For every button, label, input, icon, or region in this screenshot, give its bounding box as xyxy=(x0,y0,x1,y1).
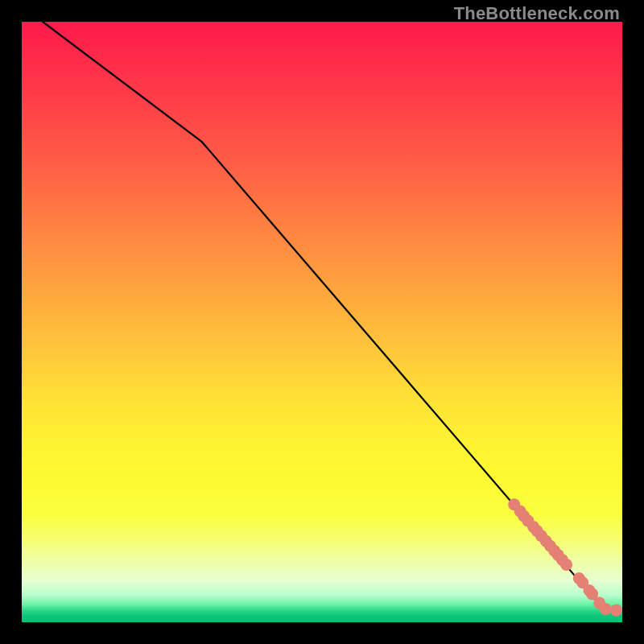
marker-point xyxy=(560,559,572,571)
marker-point xyxy=(600,603,612,615)
chart-overlay xyxy=(22,22,622,622)
scatter-markers xyxy=(508,498,622,616)
plot-area xyxy=(22,22,622,622)
marker-point xyxy=(610,605,622,617)
chart-frame: TheBottleneck.com xyxy=(0,0,644,644)
